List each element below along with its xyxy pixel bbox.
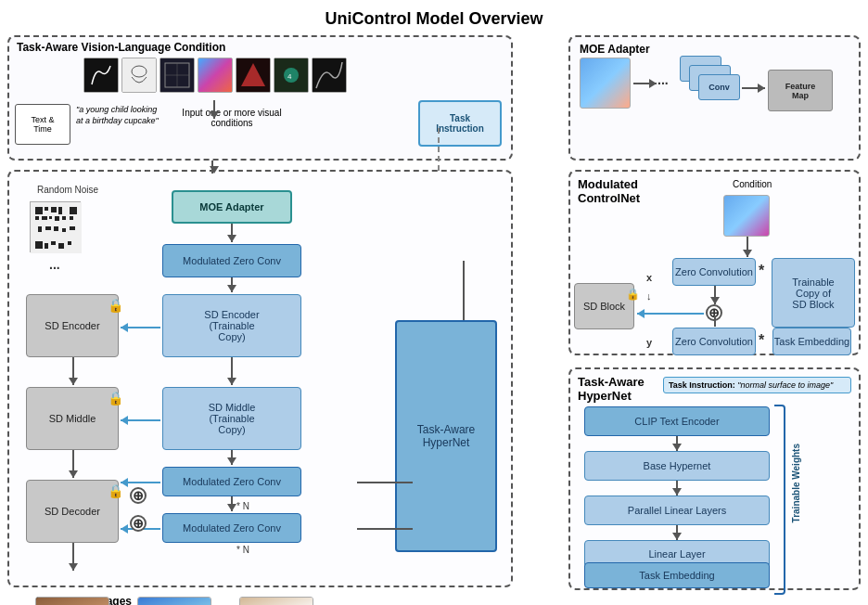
task-embedding-bottom-label: Task Embedding [639,570,714,581]
clip-text-encoder: CLIP Text Encoder [584,406,770,436]
zc2-connect [714,315,716,327]
parallel-linear-label: Parallel Linear Layers [628,505,726,516]
mid-to-dec-arrow [72,450,74,478]
svg-rect-14 [51,207,57,212]
zero-conv-1-label: Zero Convolution [675,266,753,277]
svg-rect-20 [55,216,59,221]
plus-circle-1: ⊕ [130,487,147,504]
mid-copy-to-mid-arrow [121,419,160,421]
svg-rect-25 [51,241,56,245]
plus-circle-2: ⊕ [130,515,147,532]
task-embedding-2-label: Task Embedding [774,336,849,347]
thumb-1 [83,58,119,93]
sd-middle-copy-label: SD Middle(TrainableCopy) [209,402,256,435]
linear-layer-label: Linear Layer [648,548,705,560]
control-net-box: ModulatedControlNet Condition Zero Convo… [568,170,861,355]
trainable-copy-box: TrainableCopy ofSD Block [772,258,855,328]
mod-zero-conv-2: Modulated Zero Conv [162,467,301,496]
noise-image [30,201,81,252]
sd-encoder: SD Encoder [26,294,119,357]
svg-rect-27 [68,241,71,245]
arrow-to-sd-encoder [231,277,233,292]
ctrl-left-arrow [637,313,704,315]
task-instr-banner: Task Instruction: "normal surface to ima… [663,377,851,393]
noise-dots: ... [49,257,60,272]
mod-conv2-down [231,496,233,511]
svg-rect-23 [35,241,43,249]
svg-rect-28 [38,226,42,232]
thumb-3 [160,58,195,93]
thumb-2 [121,58,157,93]
main-title: UniControl Model Overview [0,0,868,34]
input-label: Input one or more visual conditions [172,108,292,128]
sd-encoder-copy: SD Encoder(TrainableCopy) [162,294,301,357]
thumb-row: 4 [83,58,347,93]
sd-middle: SD Middle [26,387,119,450]
svg-rect-32 [70,226,75,230]
hypernet-to-conv2 [357,482,413,483]
task-aware-hypernet-box: Task-AwareHyperNet [395,320,497,552]
arrow-down-1 [213,100,215,119]
caption-text: "a young child looking at a birthday cup… [76,105,160,126]
control-net-title: ModulatedControlNet [578,177,640,205]
task-instruction-label: TaskInstruction [436,113,484,134]
thumb-6: 4 [274,58,309,93]
copy-to-enc-arrow [121,327,160,328]
thumb-5 [236,58,271,93]
moe-top-box: MOE Adapter ... Conv Conv Conv FeatureMa… [568,35,861,161]
sd-encoder-label: SD Encoder [45,320,99,331]
svg-rect-5 [198,58,232,92]
mod-zero-conv-1: Modulated Zero Conv [162,244,301,277]
main-left-box: Random Noise [7,170,513,587]
thumb-4 [198,58,233,93]
task-to-main-arrow [211,161,213,174]
conv2-to-dec-arrow [121,482,160,483]
gen-img-1 [35,597,109,605]
conv-box-3: Conv [698,74,740,100]
feature-map-label: FeatureMap [785,82,816,100]
clip-text-encoder-label: CLIP Text Encoder [634,416,719,427]
svg-rect-19 [49,216,52,219]
svg-rect-21 [62,216,66,220]
svg-rect-31 [62,228,66,232]
sd-middle-copy: SD Middle(TrainableCopy) [162,387,301,450]
cond-arrow-down [747,237,748,257]
svg-rect-24 [45,243,48,249]
svg-text:4: 4 [287,72,292,81]
text-time-box: Text &Time [15,104,70,145]
moe-arrow-down [231,224,233,242]
mid-copy-down [231,450,233,465]
svg-rect-12 [35,207,43,214]
y-label: y [646,337,652,348]
moe-adapter-box: MOE Adapter [172,190,292,224]
base-hypernet-label: Base Hypernet [644,460,711,471]
trainable-bracket [774,405,785,595]
random-noise-label: Random Noise [37,185,98,195]
svg-rect-17 [35,216,39,220]
dec-to-gen-arrow [72,543,74,571]
task-instruction-box: TaskInstruction [418,100,502,147]
sd-encoder-lock: 🔒 [108,298,123,313]
svg-rect-22 [70,216,73,220]
hypernet-to-conv3 [357,528,413,530]
condition-label: Condition [733,179,772,189]
zero-conv-2: Zero Convolution [672,328,756,355]
sd-decoder-label: SD Decoder [45,506,100,517]
svg-rect-30 [54,226,58,231]
task-aware-title: Task-Aware Vision-Language Condition [17,41,225,54]
moe-dots: ... [657,72,669,87]
parallel-linear: Parallel Linear Layers [584,496,770,525]
n-label-1: * N [236,501,249,511]
svg-rect-1 [122,58,156,92]
sd-decoder-lock: 🔒 [108,483,123,498]
hypernet-to-conv1 [463,261,465,320]
moe-adapter-label: MOE Adapter [199,201,263,212]
text-time-label: Text &Time [31,115,54,134]
svg-rect-29 [45,226,51,230]
sd-block-label: SD Block [583,301,625,312]
sd-enc-to-mid-arrow [72,357,74,385]
clip-to-base-arrow [676,436,678,451]
n-label-2: * N [236,545,249,555]
hyper-net-title: Task-AwareHyperNet [578,375,645,403]
moe-top-title: MOE Adapter [580,43,650,56]
